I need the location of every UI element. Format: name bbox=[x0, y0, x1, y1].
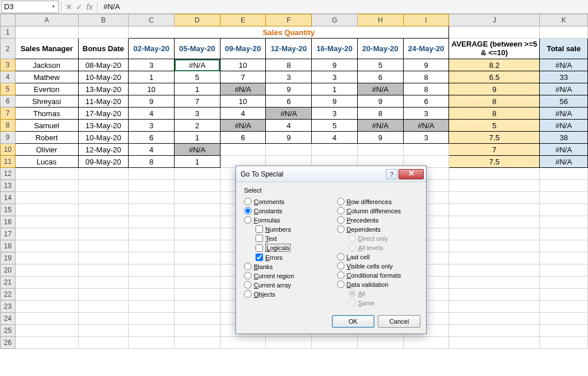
avg-cell[interactable]: 8.2 bbox=[449, 59, 540, 71]
header-date-5[interactable]: 20-May-20 bbox=[357, 39, 403, 59]
qty-cell[interactable]: 9 bbox=[266, 132, 312, 144]
cell[interactable] bbox=[129, 289, 175, 301]
qty-cell[interactable]: 1 bbox=[175, 132, 220, 144]
cell[interactable] bbox=[78, 337, 129, 349]
cancel-button[interactable]: Cancel bbox=[378, 315, 420, 328]
row-header-13[interactable]: 13 bbox=[1, 180, 16, 192]
row-header-24[interactable]: 24 bbox=[1, 313, 16, 325]
qty-cell[interactable]: 3 bbox=[312, 71, 358, 83]
cancel-formula-icon[interactable]: ✕ bbox=[64, 2, 74, 11]
cell[interactable] bbox=[540, 301, 588, 313]
header-date-6[interactable]: 24-May-20 bbox=[403, 39, 449, 59]
cell[interactable] bbox=[540, 228, 588, 240]
qty-cell[interactable]: #N/A bbox=[220, 83, 266, 95]
cell[interactable] bbox=[175, 204, 220, 216]
qty-cell[interactable]: 10 bbox=[220, 59, 266, 71]
avg-cell[interactable]: 7.5 bbox=[449, 156, 540, 168]
bonus-date[interactable]: 10-May-20 bbox=[78, 71, 129, 83]
qty-cell[interactable]: 8 bbox=[357, 108, 403, 120]
checkbox-numbers[interactable] bbox=[256, 225, 263, 233]
cell[interactable] bbox=[540, 289, 588, 301]
header-sales-manager[interactable]: Sales Manager bbox=[15, 39, 78, 59]
qty-cell[interactable]: 7 bbox=[175, 95, 220, 108]
option-text[interactable]: Text bbox=[256, 235, 326, 242]
cell[interactable] bbox=[78, 252, 129, 264]
cell[interactable] bbox=[175, 337, 220, 349]
header-date-0[interactable]: 02-May-20 bbox=[129, 39, 175, 59]
qty-cell[interactable]: 3 bbox=[312, 108, 358, 120]
cell[interactable] bbox=[129, 168, 175, 180]
bonus-date[interactable]: 09-May-20 bbox=[78, 156, 129, 168]
qty-cell[interactable]: 4 bbox=[129, 144, 175, 156]
radio-last_cell[interactable] bbox=[337, 253, 345, 260]
qty-cell[interactable] bbox=[312, 144, 358, 156]
qty-cell[interactable]: #N/A bbox=[266, 108, 312, 120]
cell[interactable] bbox=[449, 204, 540, 216]
row-header-2[interactable]: 2 bbox=[1, 39, 16, 59]
cell[interactable] bbox=[15, 216, 78, 228]
option-last_cell[interactable]: Last cell bbox=[337, 253, 419, 260]
qty-cell[interactable]: 4 bbox=[129, 108, 175, 120]
cell[interactable] bbox=[540, 325, 588, 337]
formula-content[interactable]: #N/A bbox=[100, 2, 588, 11]
col-header-D[interactable]: D bbox=[175, 14, 220, 26]
cell[interactable] bbox=[175, 301, 220, 313]
cell[interactable] bbox=[129, 264, 175, 277]
cell[interactable] bbox=[540, 204, 588, 216]
row-header-19[interactable]: 19 bbox=[1, 252, 16, 264]
mgr-name[interactable]: Lucas bbox=[15, 156, 78, 168]
qty-cell[interactable]: 1 bbox=[175, 83, 220, 95]
cell[interactable] bbox=[78, 204, 129, 216]
total-cell[interactable]: 33 bbox=[540, 71, 588, 83]
qty-cell[interactable]: 3 bbox=[129, 120, 175, 132]
option-current_array[interactable]: Current array bbox=[244, 281, 326, 289]
chevron-down-icon[interactable]: ▼ bbox=[51, 4, 56, 9]
cell[interactable] bbox=[175, 180, 220, 192]
avg-cell[interactable]: 8 bbox=[449, 95, 540, 108]
qty-cell[interactable]: 5 bbox=[175, 71, 220, 83]
option-cond_formats[interactable]: Conditional formats bbox=[337, 271, 419, 279]
cell[interactable] bbox=[540, 277, 588, 289]
total-cell[interactable]: #N/A bbox=[540, 59, 588, 71]
cell[interactable] bbox=[449, 26, 540, 39]
qty-cell[interactable]: 5 bbox=[357, 59, 403, 71]
qty-cell[interactable]: 9 bbox=[129, 95, 175, 108]
cell[interactable] bbox=[129, 313, 175, 325]
fx-icon[interactable]: fx bbox=[84, 2, 95, 11]
row-header-18[interactable]: 18 bbox=[1, 240, 16, 252]
cell[interactable] bbox=[129, 240, 175, 252]
cell[interactable] bbox=[449, 180, 540, 192]
row-header-20[interactable]: 20 bbox=[1, 264, 16, 277]
qty-cell[interactable]: 9 bbox=[266, 83, 312, 95]
cell[interactable] bbox=[15, 252, 78, 264]
mgr-name[interactable]: Robert bbox=[15, 132, 78, 144]
bonus-date[interactable]: 13-May-20 bbox=[78, 120, 129, 132]
cell[interactable] bbox=[540, 168, 588, 180]
cell[interactable] bbox=[449, 240, 540, 252]
option-objects[interactable]: Objects bbox=[244, 290, 326, 298]
avg-cell[interactable]: 7.5 bbox=[449, 132, 540, 144]
qty-cell[interactable]: 6 bbox=[129, 132, 175, 144]
radio-visible[interactable] bbox=[337, 262, 345, 270]
row-header-25[interactable]: 25 bbox=[1, 325, 16, 337]
cell[interactable] bbox=[78, 26, 129, 39]
cell[interactable] bbox=[15, 313, 78, 325]
cell[interactable] bbox=[78, 228, 129, 240]
row-header-6[interactable]: 6 bbox=[1, 95, 16, 108]
cell[interactable] bbox=[78, 277, 129, 289]
qty-cell[interactable]: #N/A bbox=[175, 144, 220, 156]
cell[interactable] bbox=[129, 277, 175, 289]
option-dependents[interactable]: Dependents bbox=[337, 225, 419, 233]
sales-quantity-title[interactable]: Sales Quantity bbox=[129, 26, 449, 39]
bonus-date[interactable]: 13-May-20 bbox=[78, 83, 129, 95]
cell[interactable] bbox=[540, 252, 588, 264]
qty-cell[interactable]: 10 bbox=[129, 83, 175, 95]
qty-cell[interactable]: 8 bbox=[403, 71, 449, 83]
qty-cell[interactable]: 4 bbox=[266, 120, 312, 132]
header-date-1[interactable]: 05-May-20 bbox=[175, 39, 220, 59]
header-date-3[interactable]: 12-May-20 bbox=[266, 39, 312, 59]
radio-data_val[interactable] bbox=[337, 281, 345, 288]
row-header-8[interactable]: 8 bbox=[1, 120, 16, 132]
col-header-E[interactable]: E bbox=[220, 14, 266, 26]
total-cell[interactable]: #N/A bbox=[540, 144, 588, 156]
